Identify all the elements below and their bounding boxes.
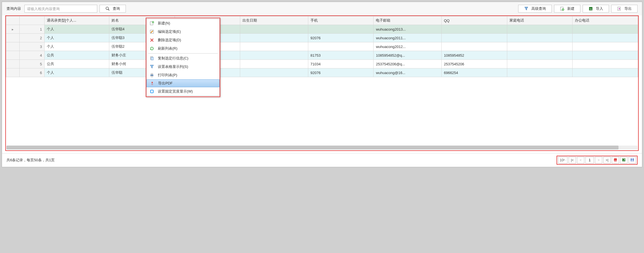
first-page-button[interactable]: |< [569,157,576,164]
horizontal-scrollbar[interactable] [6,145,638,150]
cell-mobile[interactable]: 81753 [308,51,374,60]
cell-mobile[interactable]: 92076 [308,34,374,42]
cell-home[interactable] [507,51,573,60]
data-table[interactable]: 通讯录类型[个人... 姓名 性别 出生日期 手机 电子邮箱 QQ 家庭电话 办… [6,16,638,77]
adv-query-button[interactable]: 高级查询 [518,5,552,13]
cell-qq[interactable]: 2537545206 [441,60,507,68]
header-rownum[interactable] [20,16,44,25]
row-number[interactable]: 1 [20,25,44,34]
cell-office[interactable] [573,42,638,51]
cell-mobile[interactable]: 92076 [308,68,374,77]
cell-birth[interactable] [240,68,308,77]
cell-qq[interactable] [441,25,507,34]
menu-item-columns[interactable]: 设置表格显示列(S) [147,63,219,71]
cell-birth[interactable] [240,60,308,68]
cell-birth[interactable] [240,34,308,42]
cell-type[interactable]: 个人 [44,42,109,51]
cell-home[interactable] [507,60,573,68]
row-number[interactable]: 6 [20,68,44,77]
cell-type[interactable]: 个人 [44,34,109,42]
pagesize-button[interactable]: 10² · [558,157,567,164]
cell-home[interactable] [507,34,573,42]
cell-type[interactable]: 个人 [44,68,109,77]
menu-item-delete[interactable]: 删除选定项(D) [147,36,219,44]
query-button[interactable]: 查询 [99,5,126,13]
cell-email[interactable]: wuhuacong@16... [374,68,441,77]
columns-icon [149,64,154,69]
cell-email[interactable]: wuhuacong2011... [374,34,441,42]
menu-item-refresh[interactable]: 刷新列表(R) [147,44,219,53]
header-col-4[interactable]: 手机 [308,16,374,25]
cell-qq[interactable]: 6966254 [441,68,507,77]
menu-item-label: 复制选定行信息(C) [158,56,188,61]
search-input[interactable] [24,5,97,13]
header-col-0[interactable]: 通讯录类型[个人... [44,16,109,25]
row-number[interactable]: 2 [20,34,44,42]
header-col-5[interactable]: 电子邮箱 [374,16,441,25]
header-mark[interactable] [6,16,20,25]
cell-birth[interactable] [240,42,308,51]
row-marker[interactable] [6,60,20,68]
cell-mobile[interactable] [308,25,374,34]
cell-home[interactable] [507,68,573,77]
cell-home[interactable] [507,42,573,51]
next-page-button[interactable]: > [595,157,602,164]
scrollbar-track[interactable] [6,146,638,150]
header-col-6[interactable]: QQ [441,16,507,25]
cell-office[interactable] [573,68,638,77]
row-number[interactable]: 3 [20,42,44,51]
copy-icon [149,56,154,61]
scrollbar-thumb[interactable] [6,146,618,150]
cell-type[interactable]: 个人 [44,25,109,34]
table-row[interactable]: 6个人伍华聪男92076wuhuacong@16...6966254 [6,68,638,77]
row-marker[interactable] [6,51,20,60]
menu-item-width[interactable]: 设置固定宽度显示(W) [147,87,219,96]
header-col-3[interactable]: 出生日期 [240,16,308,25]
prev-page-button[interactable]: < [577,157,584,164]
row-number[interactable]: 5 [20,60,44,68]
cell-qq[interactable] [441,42,507,51]
last-page-button[interactable]: >| [603,157,611,164]
cell-email[interactable]: 2537545206@q... [374,60,441,68]
menu-item-copy[interactable]: 复制选定行信息(C) [147,54,219,63]
save-pager-button[interactable] [629,157,636,164]
table-row[interactable]: ▸1个人伍华聪4男wuhuacong2013... [6,25,638,34]
cell-office[interactable] [573,51,638,60]
cell-mobile[interactable] [308,42,374,51]
row-marker[interactable] [6,68,20,77]
cell-qq[interactable] [441,34,507,42]
new-button[interactable]: 新建 [554,5,580,13]
header-col-7[interactable]: 家庭电话 [507,16,573,25]
cell-type[interactable]: 公共 [44,60,109,68]
cell-mobile[interactable]: 71034 [308,60,374,68]
table-row[interactable]: 5公共财务小何女710342537545206@q...2537545206 [6,60,638,68]
import-button[interactable]: XLS 导入 [583,5,609,13]
cell-birth[interactable] [240,51,308,60]
row-number[interactable]: 4 [20,51,44,60]
cell-office[interactable] [573,60,638,68]
cell-office[interactable] [573,25,638,34]
row-marker[interactable]: ▸ [6,25,20,34]
page-input[interactable] [585,157,594,164]
menu-item-print[interactable]: 打印列表(P) [147,71,219,79]
export-pdf-pager-button[interactable]: PDF [612,157,619,164]
export-button[interactable]: 导出 [611,5,638,13]
header-col-8[interactable]: 办公电话 [573,16,638,25]
cell-email[interactable]: 1085954852@q... [374,51,441,60]
cell-qq[interactable]: 1085954852 [441,51,507,60]
table-row[interactable]: 4公共财务小庄女817531085954852@q...1085954852 [6,51,638,60]
row-marker[interactable] [6,42,20,51]
cell-home[interactable] [507,25,573,34]
row-marker[interactable] [6,34,20,42]
cell-email[interactable]: wuhuacong2012... [374,42,441,51]
cell-office[interactable] [573,34,638,42]
table-row[interactable]: 2个人伍华聪3男92076wuhuacong2011... [6,34,638,42]
menu-item-edit[interactable]: 编辑选定项(E) [147,27,219,36]
menu-item-pdf[interactable]: 导出PDF [147,79,219,87]
export-xls-pager-button[interactable] [620,157,627,164]
cell-email[interactable]: wuhuacong2013... [374,25,441,34]
table-row[interactable]: 3个人伍华聪2男wuhuacong2012... [6,42,638,51]
menu-item-add[interactable]: 新建(N) [147,19,219,27]
cell-type[interactable]: 公共 [44,51,109,60]
cell-birth[interactable] [240,25,308,34]
